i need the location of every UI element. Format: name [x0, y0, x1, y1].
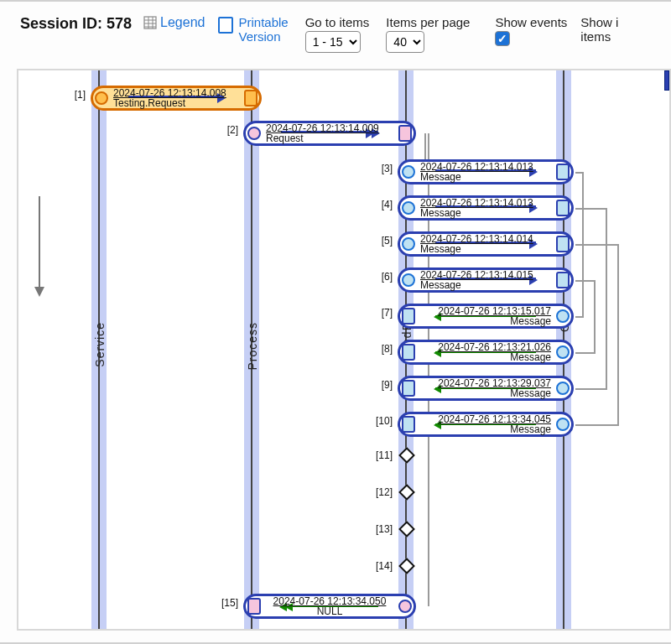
message-body: 2024-07-26 12:13:29.037Message: [417, 378, 554, 398]
message-row[interactable]: [10]2024-07-26 12:13:34.045Message: [398, 412, 574, 437]
message-body: 2024-07-26 12:13:14.013Message: [417, 162, 554, 182]
message-label: Message: [420, 424, 551, 434]
message-label: Message: [420, 208, 551, 218]
message-label: Request: [266, 133, 393, 143]
sequence-diagram: ServiceProcessMndPO[1]2024-07-26 12:13:1…: [17, 69, 671, 631]
endpoint-circle-icon: [554, 306, 571, 326]
goto-items-select[interactable]: 1 - 15: [305, 31, 361, 53]
message-label: Message: [420, 172, 551, 182]
row-index: [9]: [382, 379, 393, 391]
endpoint-square-icon: [242, 88, 259, 108]
message-row[interactable]: [15]2024-07-26 12:13:34.050NULL: [243, 594, 416, 619]
printable-link[interactable]: Printable Version: [218, 15, 288, 44]
message-body: 2024-07-26 12:13:14.008Testing.Request: [110, 88, 242, 108]
row-index: [2]: [227, 124, 238, 136]
table-icon: [143, 16, 157, 29]
endpoint-square-icon: [400, 306, 417, 326]
message-body: 2024-07-26 12:13:34.045Message: [417, 414, 554, 434]
lane-label-process: Process: [246, 322, 259, 371]
show-items-label: Show i items: [580, 15, 618, 44]
goto-items-label: Go to items: [305, 15, 370, 29]
message-label: Message: [420, 244, 551, 254]
message-label: Message: [420, 316, 551, 326]
message-row[interactable]: [3]2024-07-26 12:13:14.013Message: [398, 159, 574, 184]
message-row[interactable]: [9]2024-07-26 12:13:29.037Message: [398, 376, 574, 401]
legend-link[interactable]: Legend: [143, 15, 205, 30]
endpoint-square-icon: [400, 378, 417, 398]
page-icon: [218, 17, 233, 34]
row-index: [8]: [382, 343, 393, 355]
endpoint-circle-icon: [246, 123, 263, 143]
endpoint-square-icon: [554, 162, 571, 182]
message-body: 2024-07-26 12:13:34.050NULL: [263, 596, 397, 616]
endpoint-circle-icon: [400, 198, 417, 218]
message-row[interactable]: [7]2024-07-26 12:13:15.017Message: [398, 304, 574, 329]
message-body: 2024-07-26 12:13:14.015Message: [417, 270, 554, 290]
endpoint-square-icon: [554, 270, 571, 290]
row-index: [4]: [382, 199, 393, 210]
printable-label: Printable Version: [238, 15, 288, 44]
row-index: [6]: [382, 271, 393, 283]
message-body: 2024-07-26 12:13:21.026Message: [417, 342, 554, 362]
message-row[interactable]: [5]2024-07-26 12:13:14.014Message: [398, 231, 574, 257]
endpoint-circle-icon: [93, 88, 110, 108]
show-events-checkbox[interactable]: ✓: [495, 31, 510, 46]
legend-label: Legend: [160, 15, 205, 30]
message-body: 2024-07-26 12:13:14.009Request: [263, 123, 397, 143]
items-per-page-label: Items per page: [386, 15, 470, 29]
endpoint-circle-icon: [400, 270, 417, 290]
message-row[interactable]: [8]2024-07-26 12:13:21.026Message: [398, 340, 574, 365]
row-index: [7]: [382, 307, 393, 319]
endpoint-square-icon: [397, 123, 414, 143]
message-body: 2024-07-26 12:13:14.013Message: [417, 198, 554, 218]
message-row[interactable]: [6]2024-07-26 12:13:14.015Message: [398, 267, 574, 293]
endpoint-circle-icon: [397, 596, 414, 616]
message-body: 2024-07-26 12:13:14.014Message: [417, 234, 554, 254]
lane-label-service: Service: [93, 322, 107, 367]
message-row[interactable]: [2]2024-07-26 12:13:14.009Request: [243, 121, 416, 146]
endpoint-circle-icon: [554, 414, 571, 434]
endpoint-circle-icon: [400, 162, 417, 182]
message-label: Message: [420, 352, 551, 362]
row-index: [10]: [376, 415, 393, 427]
endpoint-square-icon: [554, 234, 571, 254]
endpoint-square-icon: [400, 342, 417, 362]
message-row[interactable]: [4]2024-07-26 12:13:14.013Message: [398, 195, 574, 221]
message-label: Message: [420, 388, 551, 398]
row-index: [3]: [382, 163, 393, 174]
message-body: 2024-07-26 12:13:15.017Message: [417, 306, 554, 326]
message-row[interactable]: [1]2024-07-26 12:13:14.008Testing.Reques…: [91, 86, 262, 111]
row-index: [5]: [382, 235, 393, 247]
show-events-label: Show events: [495, 15, 567, 29]
items-per-page-select[interactable]: 40: [386, 31, 424, 53]
endpoint-square-icon: [246, 596, 263, 616]
endpoint-square-icon: [554, 198, 571, 218]
message-label: Testing.Request: [113, 98, 239, 108]
endpoint-square-icon: [400, 414, 417, 434]
message-label: Message: [420, 280, 551, 290]
endpoint-circle-icon: [554, 342, 571, 362]
time-arrow-icon: [39, 196, 40, 288]
row-index: [15]: [221, 597, 238, 609]
message-label: NULL: [266, 606, 393, 616]
scroll-handle[interactable]: [664, 70, 669, 91]
row-index: [1]: [75, 89, 86, 101]
endpoint-circle-icon: [400, 234, 417, 254]
session-id: Session ID: 578: [20, 15, 132, 33]
endpoint-circle-icon: [554, 378, 571, 398]
